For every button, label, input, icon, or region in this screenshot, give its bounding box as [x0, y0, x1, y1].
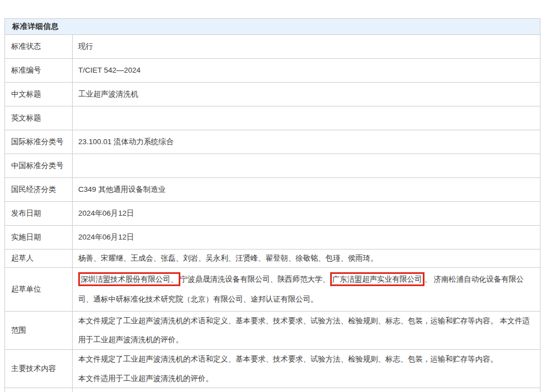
row-implement-date: 实施日期2024年06月12日: [5, 226, 540, 250]
row-main-content: 主要技术内容本文件规定了工业超声波清洗机的术语和定义、基本要求、技术要求、试验方…: [5, 350, 540, 388]
publish-date-value: 2024年06月12日: [78, 204, 532, 223]
ics-number-value: 23.100.01 流体动力系统综合: [78, 133, 532, 151]
row-drafters: 起草人杨善、宋耀继、王成会、张磊、刘岩、吴永利、汪贤峰、翟登朝、徐敬铭、包瑾、侯…: [5, 250, 540, 268]
drafting-units-label: 起草单位: [5, 268, 73, 311]
chinese-title-value: 工业超声波清洗机: [78, 85, 532, 104]
standard-status-value: 现行: [78, 37, 532, 56]
publish-date-label: 发布日期: [5, 202, 73, 225]
partial-label: [5, 388, 73, 392]
drafting-units-value: 深圳洁盟技术股份有限公司、宁波鼎晟清洗设备有限公司、陕西师范大学、广东洁盟超声实…: [78, 269, 532, 309]
table-body: 标准状态现行标准编号T/CIET 542—2024中文标题工业超声波清洗机英文标…: [5, 35, 540, 392]
row-chinese-title: 中文标题工业超声波清洗机: [5, 83, 540, 106]
row-ics-number: 国际标准分类号23.100.01 流体动力系统综合: [5, 130, 540, 154]
drafters-label: 起草人: [5, 250, 73, 267]
table-title: 标准详细信息: [5, 19, 540, 35]
row-scope: 范围本文件规定了工业超声波清洗机的术语和定义、基本要求、技术要求、试验方法、检验…: [5, 312, 540, 350]
main-content-line: 本文件适用于工业超声波清洗机的评价。: [78, 369, 532, 388]
main-content-value: 本文件规定了工业超声波清洗机的术语和定义、基本要求、技术要求、试验方法、检验规则…: [78, 349, 532, 388]
row-standard-number: 标准编号T/CIET 542—2024: [5, 59, 540, 83]
standard-detail-table: 标准详细信息 标准状态现行标准编号T/CIET 542—2024中文标题工业超声…: [4, 18, 540, 392]
economy-class-value: C349 其他通用设备制造业: [78, 180, 532, 199]
main-content-label: 主要技术内容: [5, 350, 73, 388]
red-annotation-box: 深圳洁盟技术股份有限公司、: [78, 272, 180, 286]
implement-date-label: 实施日期: [5, 226, 73, 249]
row-drafting-units: 起草单位深圳洁盟技术股份有限公司、宁波鼎晟清洗设备有限公司、陕西师范大学、广东洁…: [5, 268, 540, 312]
row-standard-status: 标准状态现行: [5, 35, 540, 59]
row-ccs-number: 中国标准分类号: [5, 154, 540, 178]
chinese-title-label: 中文标题: [5, 83, 73, 106]
main-content-line: 本文件规定了工业超声波清洗机的术语和定义、基本要求、技术要求、试验方法、检验规则…: [78, 349, 532, 369]
row-publish-date: 发布日期2024年06月12日: [5, 202, 540, 226]
standard-number-label: 标准编号: [5, 59, 73, 82]
implement-date-value: 2024年06月12日: [78, 228, 532, 247]
english-title-label: 英文标题: [5, 106, 73, 130]
row-partial: [5, 388, 540, 392]
standard-number-value: T/CIET 542—2024: [78, 61, 532, 80]
ccs-number-label: 中国标准分类号: [5, 154, 73, 177]
red-annotation-box: 广东洁盟超声实业有限公司: [330, 272, 424, 286]
row-english-title: 英文标题: [5, 106, 540, 130]
drafting-units-text: 宁波鼎晟清洗设备有限公司、陕西师范大学、: [180, 275, 330, 283]
scope-value: 本文件规定了工业超声波清洗机的术语和定义、基本要求、技术要求、试验方法、检验规则…: [78, 312, 532, 349]
clipped-content-artifact: [22, 0, 41, 2]
row-economy-class: 国民经济分类C349 其他通用设备制造业: [5, 178, 540, 202]
page: { "colors": { "header_bg": "#e8f2fc", "b…: [0, 0, 546, 392]
ics-number-label: 国际标准分类号: [5, 130, 73, 154]
drafters-value: 杨善、宋耀继、王成会、张磊、刘岩、吴永利、汪贤峰、翟登朝、徐敬铭、包瑾、侯雨琦。: [78, 249, 532, 268]
economy-class-label: 国民经济分类: [5, 178, 73, 201]
scope-label: 范围: [5, 312, 73, 349]
standard-status-label: 标准状态: [5, 35, 73, 58]
